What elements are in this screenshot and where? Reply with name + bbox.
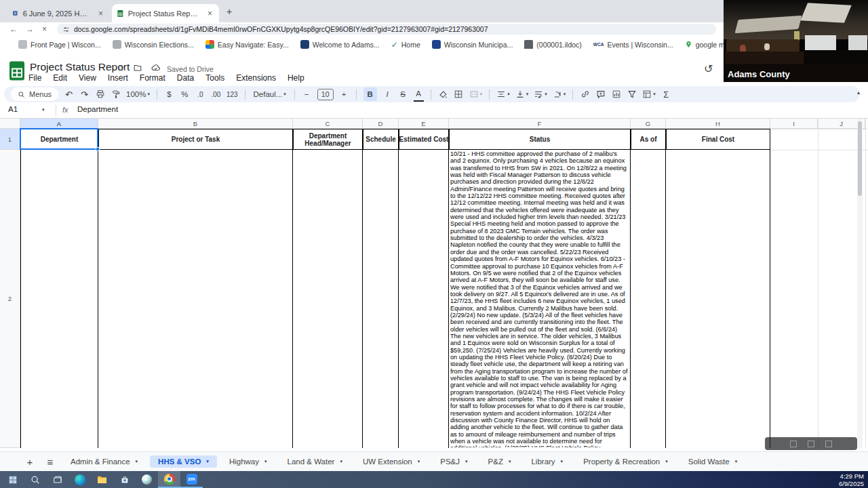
paint-app-icon[interactable] xyxy=(136,471,158,488)
text-wrap-icon[interactable]: ▾ xyxy=(534,87,547,101)
col-header-D[interactable]: D xyxy=(363,119,399,129)
sheet-tab-solid-waste[interactable]: Solid Waste▾ xyxy=(680,455,745,468)
collapse-toolbar-icon[interactable]: ▴ xyxy=(857,89,860,96)
screen-share-controls[interactable] xyxy=(765,437,857,450)
decrease-decimal-icon[interactable]: .0 xyxy=(195,87,205,101)
print-icon[interactable] xyxy=(95,87,105,101)
cell-D1[interactable]: Schedule xyxy=(363,129,399,150)
cell-F1[interactable]: Status xyxy=(449,129,631,150)
sheet-tab-property-recreation[interactable]: Property & Recreation▾ xyxy=(575,455,676,468)
microsoft-store-icon[interactable] xyxy=(113,471,136,488)
horizontal-align-icon[interactable]: ▾ xyxy=(496,87,510,101)
menu-insert[interactable]: Insert xyxy=(108,73,128,83)
cloud-saved-icon[interactable] xyxy=(151,63,161,73)
chrome-icon[interactable] xyxy=(158,471,180,488)
menu-data[interactable]: Data xyxy=(177,73,194,83)
stop-reload-icon[interactable]: × xyxy=(42,24,47,34)
col-header-H[interactable]: H xyxy=(666,119,770,129)
sheet-tab-hhs-vso[interactable]: HHS & VSO▾ xyxy=(150,455,217,468)
row-header-1[interactable]: 1 xyxy=(0,129,20,150)
cell-E1[interactable]: Estimated Cost xyxy=(399,129,449,150)
control-icon[interactable] xyxy=(808,441,814,447)
tab-close-icon[interactable]: × xyxy=(206,9,214,18)
borders-icon[interactable] xyxy=(454,87,464,101)
sheet-tab-library[interactable]: Library▾ xyxy=(523,455,571,468)
menu-format[interactable]: Format xyxy=(140,73,165,83)
menu-file[interactable]: File xyxy=(28,73,41,83)
format-currency-icon[interactable]: $ xyxy=(164,87,174,101)
bookmark-ildoc[interactable]: (000001.ildoc) xyxy=(524,40,582,49)
insert-link-icon[interactable] xyxy=(580,87,590,101)
fill-handle[interactable] xyxy=(96,147,100,151)
bookmark-front-page[interactable]: Front Page | Wiscon... xyxy=(18,40,101,49)
col-header-G[interactable]: G xyxy=(631,119,666,129)
address-bar[interactable]: docs.google.com/spreadsheets/d/1gFvMDiB4… xyxy=(57,24,716,35)
edge-icon[interactable] xyxy=(68,471,91,488)
menu-view[interactable]: View xyxy=(79,73,96,83)
sheet-tab-psj[interactable]: PS&J▾ xyxy=(432,455,475,468)
col-header-A[interactable]: A xyxy=(20,119,98,129)
menu-extensions[interactable]: Extensions xyxy=(236,73,276,83)
formula-input[interactable]: Department xyxy=(77,105,118,113)
menus-search-button[interactable]: Menus xyxy=(11,87,58,101)
sheet-tab-land-water[interactable]: Land & Water▾ xyxy=(279,455,351,468)
more-formats-button[interactable]: 123 xyxy=(226,87,238,101)
bookmark-easy-navigate[interactable]: Easy Navigate: Easy... xyxy=(205,40,289,49)
tab-close-icon[interactable]: × xyxy=(97,9,104,18)
paint-format-icon[interactable] xyxy=(111,87,121,101)
col-header-I[interactable]: I xyxy=(770,119,818,129)
file-explorer-icon[interactable] xyxy=(91,471,113,488)
font-select[interactable]: Defaul...▾ xyxy=(252,87,288,101)
cell-H1[interactable]: Final Cost xyxy=(666,129,770,150)
insert-chart-icon[interactable] xyxy=(611,87,621,101)
decrease-font-size-icon[interactable]: − xyxy=(302,87,312,101)
col-header-B[interactable]: B xyxy=(98,119,293,129)
start-button[interactable] xyxy=(1,471,24,488)
functions-icon[interactable]: Σ xyxy=(661,87,671,101)
text-color-button[interactable]: A xyxy=(414,87,424,102)
document-title[interactable]: Project Status Report xyxy=(30,61,130,73)
bookmark-wi-elections[interactable]: Wisconsin Elections... xyxy=(113,40,194,49)
move-folder-icon[interactable] xyxy=(133,63,142,73)
zoom-select[interactable]: 100%▾ xyxy=(126,87,150,101)
star-icon[interactable]: ☆ xyxy=(117,63,125,73)
scrollbar-thumb[interactable] xyxy=(858,121,862,196)
add-sheet-icon[interactable]: + xyxy=(22,456,38,468)
bookmark-wi-municipal[interactable]: Wisconsin Municipa... xyxy=(432,40,513,49)
cell-G1[interactable]: As of xyxy=(631,129,666,150)
bold-button[interactable]: B xyxy=(363,87,377,101)
sheet-tab-uw-extension[interactable]: UW Extension▾ xyxy=(355,455,428,468)
cell-B1[interactable]: Project or Task xyxy=(98,129,293,150)
version-history-icon[interactable]: ↺ xyxy=(704,62,713,75)
forward-icon[interactable]: → xyxy=(26,24,34,34)
bookmark-welcome-adams[interactable]: Welcome to Adams... xyxy=(300,40,380,49)
vertical-align-icon[interactable]: ▾ xyxy=(515,87,529,101)
cell-F2-status-text[interactable]: 10/21 - HHS committee approved the purch… xyxy=(450,150,629,447)
increase-decimal-icon[interactable]: .00 xyxy=(211,87,221,101)
sheet-tab-admin-finance[interactable]: Admin & Finance▾ xyxy=(62,455,146,468)
filter-icon[interactable] xyxy=(627,87,637,101)
col-header-C[interactable]: C xyxy=(293,119,363,129)
taskbar-clock[interactable]: 4:29 PM 6/9/2025 xyxy=(839,472,864,487)
new-tab-icon[interactable]: + xyxy=(226,6,232,17)
cell-C1[interactable]: Department Head/Manager xyxy=(293,129,363,150)
redo-icon[interactable]: ↷ xyxy=(79,87,90,101)
format-percent-icon[interactable]: % xyxy=(180,87,190,101)
control-icon[interactable] xyxy=(790,441,797,447)
col-header-F[interactable]: F xyxy=(449,119,631,129)
increase-font-size-icon[interactable]: + xyxy=(339,87,349,101)
insert-comment-icon[interactable] xyxy=(595,87,606,101)
menu-help[interactable]: Help xyxy=(288,73,304,83)
row-header-2[interactable]: 2 xyxy=(0,150,20,448)
text-rotation-icon[interactable]: ▾ xyxy=(553,87,566,101)
browser-tab-project-status[interactable]: Project Status Report - Google × xyxy=(112,4,219,22)
site-settings-icon[interactable] xyxy=(62,26,70,33)
zoom-app-icon[interactable]: zm xyxy=(180,471,203,488)
undo-icon[interactable]: ↶ xyxy=(64,87,74,101)
menu-edit[interactable]: Edit xyxy=(53,73,67,83)
sheet-tab-pz[interactable]: P&Z▾ xyxy=(480,455,519,468)
grid-corner[interactable] xyxy=(0,119,20,129)
merge-cells-icon[interactable]: ▾ xyxy=(469,87,483,101)
strikethrough-button[interactable]: S xyxy=(398,87,408,101)
control-icon[interactable] xyxy=(825,441,832,447)
